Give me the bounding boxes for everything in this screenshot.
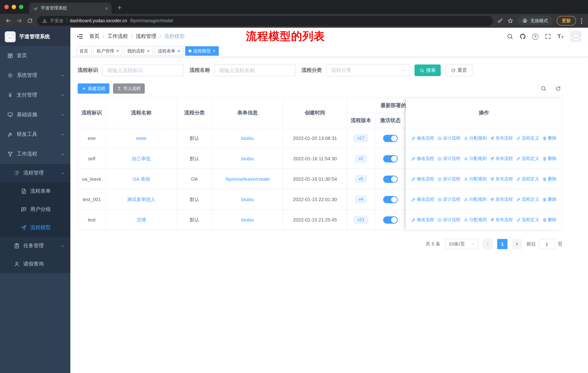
assign-rules-link[interactable]: 分配规则 bbox=[464, 196, 487, 202]
reset-button[interactable]: 重置 bbox=[445, 64, 472, 76]
help-icon[interactable]: ? bbox=[532, 33, 538, 40]
modify-flow-link[interactable]: 修改流程 bbox=[411, 135, 434, 141]
tag-my-process[interactable]: 我的流程 × bbox=[124, 46, 153, 56]
search-button[interactable]: 搜索 bbox=[414, 64, 441, 76]
fullscreen-icon[interactable] bbox=[545, 33, 551, 40]
model-name-link[interactable]: OA 请假 bbox=[133, 176, 150, 182]
tag-close-icon[interactable]: × bbox=[213, 49, 215, 53]
next-page-button[interactable] bbox=[512, 239, 522, 249]
github-icon[interactable] bbox=[519, 33, 526, 40]
tag-close-icon[interactable]: × bbox=[178, 49, 180, 53]
publish-flow-link[interactable]: 发布流程 bbox=[490, 135, 513, 141]
sidebar-item-payment-management[interactable]: 支付管理 bbox=[0, 85, 70, 105]
back-icon[interactable] bbox=[5, 18, 12, 24]
delete-flow-link[interactable]: 删除 bbox=[542, 176, 557, 182]
sidebar-item-home[interactable]: 首页 bbox=[0, 46, 70, 66]
tag-close-icon[interactable]: × bbox=[116, 49, 119, 53]
model-name-link[interactable]: 自己审批 bbox=[132, 155, 151, 162]
design-flow-link[interactable]: 设计流程 bbox=[437, 156, 460, 162]
font-size-icon[interactable]: TT bbox=[557, 33, 564, 39]
sidebar-item-process-form[interactable]: 流程表单 bbox=[0, 182, 70, 200]
sidebar-item-infrastructure[interactable]: 基础设施 bbox=[0, 105, 70, 125]
form-info-link[interactable]: biubiu bbox=[241, 135, 254, 141]
sidebar-item-task-management[interactable]: 任务管理 bbox=[0, 237, 70, 255]
model-name-link[interactable]: 滔博 bbox=[136, 217, 146, 223]
window-zoom-button[interactable] bbox=[19, 5, 23, 9]
tag-tenant[interactable]: 租户管理 × bbox=[93, 46, 122, 56]
tag-close-icon[interactable]: × bbox=[147, 49, 149, 53]
sidebar-collapse-icon[interactable] bbox=[76, 33, 84, 40]
delete-flow-link[interactable]: 删除 bbox=[542, 217, 557, 223]
url-bar[interactable]: 不安全 dashboard.yudao.iocoder.cn /bpm/mana… bbox=[37, 16, 493, 26]
assign-rules-link[interactable]: 分配规则 bbox=[464, 156, 487, 162]
assign-rules-link[interactable]: 分配规则 bbox=[464, 176, 487, 182]
sidebar-item-devtools[interactable]: 研发工具 bbox=[0, 125, 70, 144]
form-info-link[interactable]: biubiu bbox=[241, 217, 254, 222]
tag-process-model[interactable]: 流程模型 × bbox=[185, 46, 219, 56]
sidebar-item-process-management[interactable]: 流程管理 bbox=[0, 164, 70, 182]
form-info-link[interactable]: biubiu bbox=[241, 156, 254, 161]
design-flow-link[interactable]: 设计流程 bbox=[437, 176, 460, 182]
password-key-icon[interactable] bbox=[497, 18, 503, 24]
filter-name-input[interactable] bbox=[214, 64, 296, 76]
tag-process-form[interactable]: 流程表单 × bbox=[155, 46, 183, 56]
new-tab-button[interactable]: + bbox=[117, 4, 122, 11]
filter-category-select[interactable]: 流程分类 bbox=[326, 64, 410, 76]
breadcrumb-item[interactable]: 首页 bbox=[89, 33, 100, 40]
chrome-update-button[interactable]: 更新 bbox=[557, 16, 576, 26]
tag-home[interactable]: 首页 bbox=[76, 46, 92, 56]
sidebar-item-system-management[interactable]: 系统管理 bbox=[0, 66, 70, 85]
delete-flow-link[interactable]: 删除 bbox=[542, 156, 557, 162]
design-flow-link[interactable]: 设计流程 bbox=[437, 217, 460, 223]
model-name-link[interactable]: eeee bbox=[136, 135, 147, 141]
refresh-table-button[interactable] bbox=[554, 84, 562, 93]
tab-close-icon[interactable]: × bbox=[105, 6, 108, 11]
model-name-link[interactable]: 测试多审批人 bbox=[127, 196, 156, 203]
publish-flow-link[interactable]: 发布流程 bbox=[490, 176, 513, 182]
breadcrumb-item[interactable]: 工作流程 bbox=[107, 33, 128, 40]
window-minimize-button[interactable] bbox=[12, 5, 16, 9]
filter-id-input[interactable] bbox=[102, 64, 184, 76]
user-avatar[interactable] bbox=[570, 30, 582, 42]
delete-flow-link[interactable]: 删除 bbox=[542, 196, 557, 202]
assign-rules-link[interactable]: 分配规则 bbox=[464, 217, 487, 223]
toggle-search-button[interactable] bbox=[539, 84, 548, 93]
form-info-link[interactable]: biubiu bbox=[241, 197, 254, 202]
modify-flow-link[interactable]: 修改流程 bbox=[411, 176, 434, 182]
create-flow-button[interactable]: 新建流程 bbox=[78, 83, 109, 94]
design-flow-link[interactable]: 设计流程 bbox=[437, 135, 460, 141]
security-label[interactable]: 不安全 bbox=[50, 18, 64, 24]
browser-menu-icon[interactable] bbox=[580, 17, 583, 24]
publish-flow-link[interactable]: 发布流程 bbox=[490, 156, 513, 162]
import-flow-button[interactable]: 导入流程 bbox=[113, 83, 145, 94]
sidebar-item-process-model[interactable]: 流程模型 bbox=[0, 219, 70, 237]
sidebar-logo[interactable]: 芋道管理系统 bbox=[0, 28, 70, 46]
flow-definition-link[interactable]: 流程定义 bbox=[516, 156, 539, 162]
header-search-icon[interactable] bbox=[507, 33, 513, 40]
sidebar-item-leave-query[interactable]: 请假查询 bbox=[0, 255, 70, 273]
modify-flow-link[interactable]: 修改流程 bbox=[411, 156, 434, 162]
sidebar-item-user-group[interactable]: 用户分组 bbox=[0, 200, 70, 219]
active-toggle[interactable] bbox=[383, 155, 398, 162]
design-flow-link[interactable]: 设计流程 bbox=[437, 196, 460, 202]
goto-page-input[interactable] bbox=[539, 239, 555, 249]
publish-flow-link[interactable]: 发布流程 bbox=[490, 217, 513, 223]
modify-flow-link[interactable]: 修改流程 bbox=[411, 217, 434, 223]
active-toggle[interactable] bbox=[383, 135, 398, 142]
prev-page-button[interactable] bbox=[483, 239, 493, 249]
bookmark-star-icon[interactable] bbox=[507, 18, 513, 24]
sidebar-item-workflow[interactable]: 工作流程 bbox=[0, 144, 70, 164]
flow-definition-link[interactable]: 流程定义 bbox=[516, 196, 539, 202]
active-toggle[interactable] bbox=[383, 196, 398, 203]
forward-icon[interactable] bbox=[16, 18, 23, 24]
page-size-select[interactable]: 10条/页 bbox=[445, 239, 478, 249]
form-info-link[interactable]: /bpm/oa/leave/create bbox=[225, 176, 270, 182]
publish-flow-link[interactable]: 发布流程 bbox=[490, 196, 513, 202]
flow-definition-link[interactable]: 流程定义 bbox=[516, 135, 539, 141]
reload-icon[interactable] bbox=[27, 18, 33, 24]
delete-flow-link[interactable]: 删除 bbox=[542, 135, 557, 141]
window-close-button[interactable] bbox=[4, 5, 9, 9]
breadcrumb-item[interactable]: 流程管理 bbox=[136, 33, 156, 40]
active-toggle[interactable] bbox=[383, 175, 398, 183]
modify-flow-link[interactable]: 修改流程 bbox=[411, 196, 434, 202]
